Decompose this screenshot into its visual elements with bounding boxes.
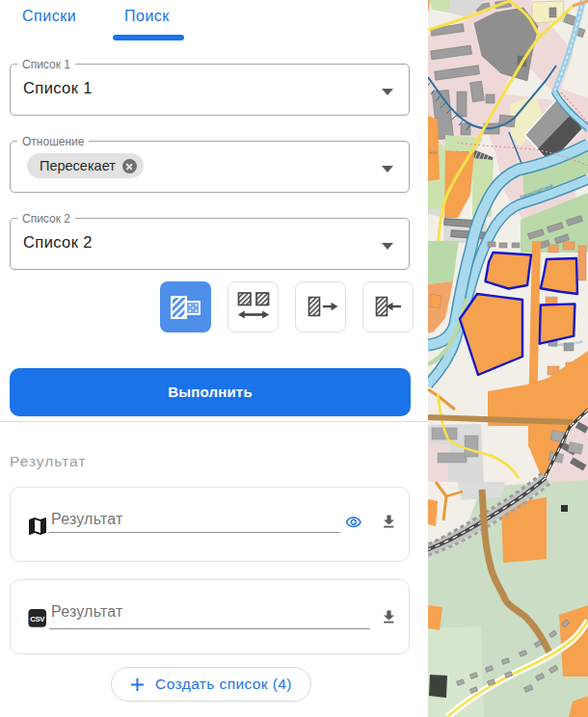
svg-text:CSV: CSV	[30, 614, 45, 623]
svg-text:еэе: еэе	[429, 149, 437, 155]
